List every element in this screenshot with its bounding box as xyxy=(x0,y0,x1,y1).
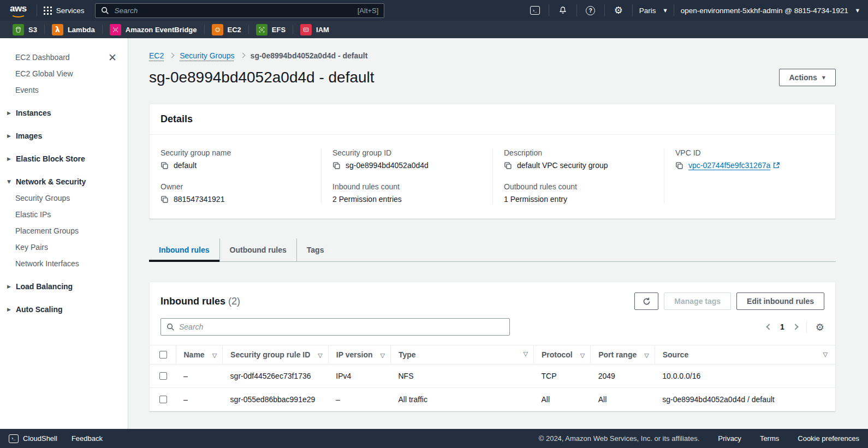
sidebar-item-network-interfaces[interactable]: Network Interfaces xyxy=(0,255,128,272)
rules-search[interactable] xyxy=(160,318,510,336)
table-settings-gear-icon[interactable]: ⚙ xyxy=(816,321,824,333)
sort-icon[interactable]: ▽ xyxy=(524,350,528,357)
cell-port-range: 2049 xyxy=(591,365,655,388)
account-menu[interactable]: open-environment-5xkhf-admin @ 8815-4734… xyxy=(681,7,859,15)
services-menu[interactable]: Services xyxy=(44,7,85,15)
sidebar-item-label: EC2 Dashboard xyxy=(15,53,70,62)
sidebar-item-key-pairs[interactable]: Key Pairs xyxy=(0,239,128,255)
sidebar-section-label: Instances xyxy=(16,109,51,117)
field-label: VPC ID xyxy=(675,148,824,157)
inbound-rules-title-text: Inbound rules xyxy=(160,296,225,307)
sidebar-item-elastic-ips[interactable]: Elastic IPs xyxy=(0,206,128,223)
lambda-icon: λ xyxy=(52,24,63,35)
tab-outbound-rules[interactable]: Outbound rules xyxy=(219,238,296,261)
external-link-icon xyxy=(772,162,780,169)
sidebar-section-auto-scaling[interactable]: ▶ Auto Scaling xyxy=(0,301,128,318)
manage-tags-button[interactable]: Manage tags xyxy=(664,292,731,310)
favorite-ec2[interactable]: EC2 xyxy=(205,24,248,35)
favorite-efs[interactable]: EFS xyxy=(249,24,293,35)
field-label: Inbound rules count xyxy=(332,182,481,191)
main-content: EC2 Security Groups sg-0e8994bd4052a0d4d… xyxy=(128,38,868,429)
row-checkbox[interactable] xyxy=(159,372,167,380)
page-number[interactable]: 1 xyxy=(780,322,784,331)
vpc-id-link[interactable]: vpc-02744f5e9fc31267a xyxy=(688,161,780,170)
tab-tags[interactable]: Tags xyxy=(296,238,334,261)
sidebar-item-events[interactable]: Events xyxy=(0,82,128,98)
copy-icon[interactable] xyxy=(160,162,169,170)
search-shortcut: [Alt+S] xyxy=(358,7,379,15)
sidebar-item-label: Network Interfaces xyxy=(15,259,79,268)
sidebar-section-images[interactable]: ▶ Images xyxy=(0,128,128,144)
row-checkbox[interactable] xyxy=(159,396,167,403)
notifications-button[interactable] xyxy=(556,3,570,17)
field-value: 1 Permission entry xyxy=(504,195,567,204)
details-panel: Details Security group name default xyxy=(149,104,836,219)
rules-search-input[interactable] xyxy=(179,322,504,331)
sidebar-item-ec2-dashboard[interactable]: EC2 Dashboard ✕ xyxy=(0,49,128,65)
cloudshell-button[interactable]: ›_ xyxy=(528,3,542,17)
chevron-right-icon: ▶ xyxy=(7,156,11,162)
settings-button[interactable]: ⚙ xyxy=(611,3,626,17)
sidebar-section-label: Images xyxy=(16,132,42,140)
breadcrumb-link-ec2[interactable]: EC2 xyxy=(149,51,164,60)
field-inbound-rules-count: Inbound rules count 2 Permission entries xyxy=(332,182,481,204)
next-page-icon[interactable] xyxy=(792,324,798,330)
copy-icon[interactable] xyxy=(504,162,512,170)
favorite-label: EFS xyxy=(272,26,286,34)
copy-icon[interactable] xyxy=(332,162,341,170)
global-search-input[interactable] xyxy=(114,7,352,15)
privacy-link[interactable]: Privacy xyxy=(718,434,741,443)
feedback-button[interactable]: Feedback xyxy=(72,434,103,443)
ec2-icon xyxy=(212,24,223,35)
services-grid-icon xyxy=(44,7,52,15)
sidebar-item-security-groups[interactable]: Security Groups xyxy=(0,190,128,206)
refresh-button[interactable] xyxy=(634,292,658,310)
region-selector[interactable]: Paris ▼ xyxy=(639,7,667,15)
field-label: Owner xyxy=(160,182,310,191)
sort-icon[interactable]: ▽ xyxy=(212,352,217,359)
copyright-text: © 2024, Amazon Web Services, Inc. or its… xyxy=(539,434,700,443)
sidebar-section-load-balancing[interactable]: ▶ Load Balancing xyxy=(0,278,128,295)
sort-icon[interactable]: ▽ xyxy=(318,352,322,359)
close-icon[interactable]: ✕ xyxy=(108,52,117,63)
cell-type: NFS xyxy=(390,365,533,388)
region-label: Paris xyxy=(639,7,656,15)
sidebar-item-ec2-global-view[interactable]: EC2 Global View xyxy=(0,65,128,82)
favorite-eventbridge[interactable]: Amazon EventBridge xyxy=(103,24,204,35)
divider xyxy=(604,4,605,16)
sort-icon[interactable]: ▽ xyxy=(580,352,585,359)
filter-icon[interactable]: ▽ xyxy=(823,351,828,358)
sort-icon[interactable]: ▽ xyxy=(381,352,385,359)
breadcrumb-link-security-groups[interactable]: Security Groups xyxy=(180,51,234,60)
sidebar-section-instances[interactable]: ▶ Instances xyxy=(0,105,128,121)
sort-icon[interactable]: ▽ xyxy=(644,352,649,359)
select-all-checkbox[interactable] xyxy=(159,351,167,359)
help-button[interactable]: ? xyxy=(584,3,598,17)
terms-link[interactable]: Terms xyxy=(760,434,779,443)
help-icon: ? xyxy=(586,6,595,15)
favorite-iam[interactable]: IAM xyxy=(293,24,336,35)
favorite-s3[interactable]: S3 xyxy=(5,24,44,35)
favorite-lambda[interactable]: λ Lambda xyxy=(45,24,102,35)
breadcrumb: EC2 Security Groups sg-0e8994bd4052a0d4d… xyxy=(149,51,836,60)
footer: ›_ CloudShell Feedback © 2024, Amazon We… xyxy=(0,429,868,448)
column-header-protocol: Protocol▽ xyxy=(533,345,590,365)
sidebar-item-placement-groups[interactable]: Placement Groups xyxy=(0,223,128,239)
copy-icon[interactable] xyxy=(160,195,169,204)
sidebar-section-network-security[interactable]: ▼ Network & Security xyxy=(0,174,128,190)
global-search[interactable]: [Alt+S] xyxy=(95,3,384,18)
chevron-right-icon xyxy=(240,52,245,58)
actions-button[interactable]: Actions ▼ xyxy=(779,69,836,86)
previous-page-icon[interactable] xyxy=(766,324,772,330)
table-row: – sgr-055ed86bbac991e29 – All traffic Al… xyxy=(150,388,835,411)
edit-inbound-rules-button[interactable]: Edit inbound rules xyxy=(736,292,824,310)
cookie-preferences-link[interactable]: Cookie preferences xyxy=(798,434,859,443)
sidebar-item-label: Events xyxy=(15,86,39,94)
copy-icon[interactable] xyxy=(675,162,683,170)
pagination: 1 ⚙ xyxy=(767,321,824,333)
tab-inbound-rules[interactable]: Inbound rules xyxy=(149,238,219,261)
sidebar-section-elastic-block-store[interactable]: ▶ Elastic Block Store xyxy=(0,151,128,167)
aws-logo[interactable]: aws xyxy=(9,3,30,18)
cloudshell-footer-button[interactable]: ›_ CloudShell xyxy=(9,434,57,443)
inbound-rules-count: (2) xyxy=(228,296,240,307)
